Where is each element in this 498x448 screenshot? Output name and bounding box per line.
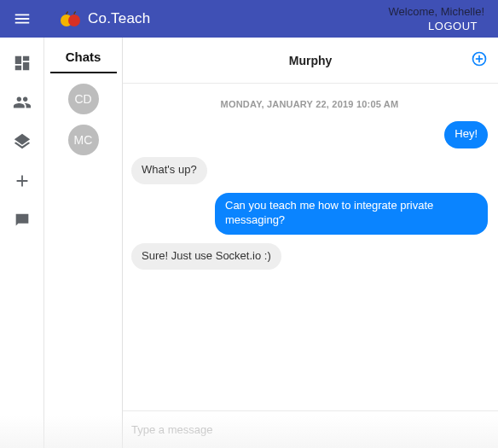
chats-header-label: Chats [66, 49, 101, 64]
dashboard-icon [13, 54, 32, 73]
sidebar-item-dashboard[interactable] [12, 53, 32, 73]
chat-icon [13, 211, 32, 230]
plus-circle-icon [471, 50, 488, 67]
chat-header: Murphy [123, 38, 498, 84]
chat-main: Murphy MONDAY, JANUARY 22, 2019 10:05 AM… [123, 38, 498, 448]
chat-list-item[interactable]: MC [68, 125, 99, 155]
message-input[interactable] [131, 423, 489, 436]
logout-button[interactable]: LOGOUT [428, 20, 489, 32]
sidebar-item-layers[interactable] [12, 131, 32, 152]
message-bubble-sent: Can you teach me how to integrate privat… [215, 193, 488, 235]
plus-icon [13, 172, 32, 190]
message-row: Sure! Just use Socket.io :) [131, 243, 488, 271]
menu-button[interactable] [0, 9, 44, 28]
sidebar-item-add[interactable] [12, 171, 32, 191]
message-list: MONDAY, JANUARY 22, 2019 10:05 AM Hey! W… [123, 84, 498, 410]
add-participant-button[interactable] [471, 50, 488, 71]
welcome-text: Welcome, Michelle! [389, 5, 489, 18]
date-separator: MONDAY, JANUARY 22, 2019 10:05 AM [131, 99, 488, 109]
svg-point-1 [68, 15, 80, 26]
message-row: Can you teach me how to integrate privat… [131, 193, 488, 235]
icon-sidebar [0, 38, 44, 448]
hamburger-icon [13, 9, 32, 28]
chat-title: Murphy [123, 54, 498, 67]
chat-list-item[interactable]: CD [68, 84, 99, 114]
sidebar-item-people[interactable] [12, 92, 32, 113]
avatar-initials: CD [74, 92, 91, 106]
content: Chats CD MC Murphy MONDAY, JANUARY 22, 2… [44, 38, 498, 448]
brand-logo-icon [60, 10, 84, 27]
message-row: Hey! [131, 121, 488, 148]
message-bubble-received: What's up? [131, 157, 207, 184]
avatar-initials: MC [74, 133, 93, 147]
chats-header: Chats [50, 49, 117, 73]
message-row: What's up? [131, 157, 488, 184]
chats-panel: Chats CD MC [44, 38, 123, 448]
message-bubble-received: Sure! Just use Socket.io :) [131, 243, 281, 271]
brand: Co.Teach [60, 10, 150, 27]
top-bar: Co.Teach Welcome, Michelle! LOGOUT [0, 0, 498, 38]
people-icon [13, 93, 32, 112]
top-right: Welcome, Michelle! LOGOUT [389, 0, 489, 38]
message-composer [123, 410, 498, 448]
message-bubble-sent: Hey! [444, 121, 488, 148]
layers-icon [13, 132, 32, 151]
sidebar-item-chat[interactable] [12, 210, 32, 230]
brand-text: Co.Teach [88, 10, 150, 27]
